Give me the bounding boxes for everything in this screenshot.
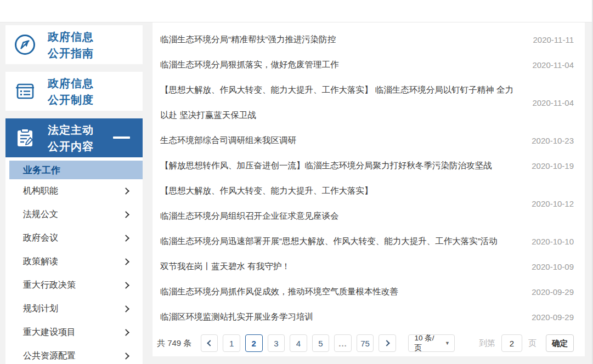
article-date: 2020-11-04 xyxy=(527,98,574,107)
submenu-item-regulations[interactable]: 法规公文 xyxy=(5,203,143,226)
sidebar-item-gov-info-guide[interactable]: 政府信息 公开指南 xyxy=(5,25,143,64)
article-date: 2020-10-23 xyxy=(527,136,574,145)
article-row: 临淄生态环境分局抓作风促成效，推动环境空气质量根本性改善 2020-09-29 xyxy=(160,279,574,304)
sidebar-item-statutory-disclosure[interactable]: 法定主动 公开内容 xyxy=(5,118,143,157)
sidebar: 政府信息 公开指南 政府信息 公开制度 xyxy=(5,25,143,364)
clipboard-pencil-icon xyxy=(14,127,36,149)
article-date: 2020-11-04 xyxy=(527,60,574,70)
article-link[interactable]: 【解放思想转作风、加压奋进创一流】临淄生态环境分局聚力打好秋冬季污染防治攻坚战 xyxy=(160,153,527,178)
confirm-button[interactable]: 确定 xyxy=(546,334,574,352)
article-date: 2020-11-11 xyxy=(527,35,574,44)
sidebar-submenu: 业务工作 机构职能 法规公文 政府会议 政策解读 重大行政决策 规划计划 重大建… xyxy=(5,157,143,364)
submenu-item-label: 政策解读 xyxy=(23,256,58,268)
sidebar-item-label: 政府信息 公开制度 xyxy=(48,75,94,108)
submenu-item-major-decisions[interactable]: 重大行政决策 xyxy=(5,274,143,297)
article-link[interactable]: 双节我在岗丨蓝天碧水 有我守护！ xyxy=(160,254,527,279)
submenu-item-major-projects[interactable]: 重大建设项目 xyxy=(5,321,143,344)
article-date: 2020-10-10 xyxy=(527,237,574,246)
article-row: 【解放思想转作风、加压奋进创一流】临淄生态环境分局聚力打好秋冬季污染防治攻坚战 … xyxy=(160,153,574,178)
article-link[interactable]: 临淄生态环境分局迅速部署开展“思想大解放、作风大转变、能力大提升、工作大落实”活… xyxy=(160,229,527,254)
article-link[interactable]: 临淄生态环境分局抓作风促成效，推动环境空气质量根本性改善 xyxy=(160,279,527,304)
article-row: 临淄区环境监测站扎实开展业务学习培训 2020-09-29 xyxy=(160,304,574,329)
submenu-item-label: 重大建设项目 xyxy=(23,327,76,338)
chevron-right-icon xyxy=(122,235,129,242)
page-button-4[interactable]: 4 xyxy=(290,334,307,352)
submenu-item-policy-interpretation[interactable]: 政策解读 xyxy=(5,250,143,274)
page-button-5[interactable]: 5 xyxy=(312,334,330,352)
compass-icon xyxy=(14,33,36,56)
chevron-right-icon xyxy=(383,340,389,346)
submenu-item-org-functions[interactable]: 机构职能 xyxy=(5,179,143,203)
article-list-panel: 临淄生态环境分局“精准帮扶”强力推进污染防控 2020-11-11 临淄生态环境… xyxy=(153,22,585,356)
prev-page-button[interactable] xyxy=(201,334,218,352)
article-date: 2020-09-29 xyxy=(527,312,574,322)
more-pages-button[interactable]: ... xyxy=(334,334,352,352)
submenu-item-label: 政府会议 xyxy=(23,232,58,244)
caret-down-icon: ▼ xyxy=(445,340,450,346)
chevron-right-icon xyxy=(122,187,129,195)
article-date: 2020-10-19 xyxy=(527,161,574,170)
chevron-right-icon xyxy=(122,211,129,218)
page-size-select[interactable]: 10 条/页 ▼ xyxy=(408,334,455,352)
submenu-item-public-resources[interactable]: 公共资源配置 xyxy=(5,344,143,364)
submenu-item-label: 规划计划 xyxy=(23,303,58,315)
chevron-left-icon xyxy=(207,340,213,346)
sidebar-item-label: 政府信息 公开指南 xyxy=(48,29,94,61)
article-row: 【思想大解放、作风大转变、能力大提升、工作大落实】 临淄生态环境分局以钉钉子精神… xyxy=(160,77,574,128)
article-link[interactable]: 【思想大解放、作风大转变、能力大提升、工作大落实】 临淄生态环境分局以钉钉子精神… xyxy=(160,77,527,128)
article-row: 临淄生态环境分局迅速部署开展“思想大解放、作风大转变、能力大提升、工作大落实”活… xyxy=(160,229,574,254)
article-link[interactable]: 临淄生态环境分局狠抓落实，做好危废管理工作 xyxy=(160,52,527,77)
page-button-1[interactable]: 1 xyxy=(223,334,240,352)
minus-icon[interactable] xyxy=(113,136,130,139)
article-date: 2020-10-09 xyxy=(527,262,574,271)
submenu-item-label: 机构职能 xyxy=(23,185,58,197)
page-suffix-label: 页 xyxy=(528,338,536,349)
submenu-item-gov-meetings[interactable]: 政府会议 xyxy=(5,226,143,250)
chevron-right-icon xyxy=(122,305,129,312)
page-button-2-active[interactable]: 2 xyxy=(245,334,263,352)
article-row: 临淄生态环境分局狠抓落实，做好危废管理工作 2020-11-04 xyxy=(160,52,574,77)
submenu-item-label: 公共资源配置 xyxy=(23,350,76,362)
article-link[interactable]: 生态环境部综合司调研组来我区调研 xyxy=(160,128,527,153)
chevron-right-icon xyxy=(122,258,129,265)
pagination-bar: 共 749 条 1 2 3 4 5 ... 75 10 条/页 ▼ 到第 页 确… xyxy=(160,329,574,357)
next-page-button[interactable] xyxy=(379,334,396,352)
page-button-3[interactable]: 3 xyxy=(268,334,285,352)
sidebar-item-label: 法定主动 公开内容 xyxy=(48,122,94,155)
total-count-label: 共 749 条 xyxy=(157,338,191,349)
article-row: 生态环境部综合司调研组来我区调研 2020-10-23 xyxy=(160,128,574,153)
article-link[interactable]: 【思想大解放、作风大转变、能力大提升、工作大落实】 临淄生态环境分局组织召开企业… xyxy=(160,178,527,229)
chevron-right-icon xyxy=(122,329,129,336)
article-row: 双节我在岗丨蓝天碧水 有我守护！ 2020-10-09 xyxy=(160,254,574,279)
jump-to-label: 到第 xyxy=(479,338,495,349)
page-size-value: 10 条/页 xyxy=(414,333,441,353)
document-lines-icon xyxy=(14,80,36,103)
page-header-strip xyxy=(0,0,593,22)
submenu-item-business-work[interactable]: 业务工作 xyxy=(9,161,143,179)
jump-page-input[interactable] xyxy=(501,334,522,352)
article-link[interactable]: 临淄区环境监测站扎实开展业务学习培训 xyxy=(160,304,527,329)
article-row: 【思想大解放、作风大转变、能力大提升、工作大落实】 临淄生态环境分局组织召开企业… xyxy=(160,178,574,229)
article-date: 2020-10-12 xyxy=(527,199,574,208)
article-row: 临淄生态环境分局“精准帮扶”强力推进污染防控 2020-11-11 xyxy=(160,27,574,52)
submenu-item-label: 重大行政决策 xyxy=(23,280,76,291)
submenu-item-label: 法规公文 xyxy=(23,209,58,220)
chevron-right-icon xyxy=(122,282,129,289)
article-date: 2020-09-29 xyxy=(527,287,574,297)
sidebar-item-gov-info-system[interactable]: 政府信息 公开制度 xyxy=(5,72,143,111)
page-button-75[interactable]: 75 xyxy=(357,334,374,352)
article-link[interactable]: 临淄生态环境分局“精准帮扶”强力推进污染防控 xyxy=(160,27,527,52)
submenu-item-planning[interactable]: 规划计划 xyxy=(5,297,143,321)
chevron-right-icon xyxy=(122,352,129,360)
